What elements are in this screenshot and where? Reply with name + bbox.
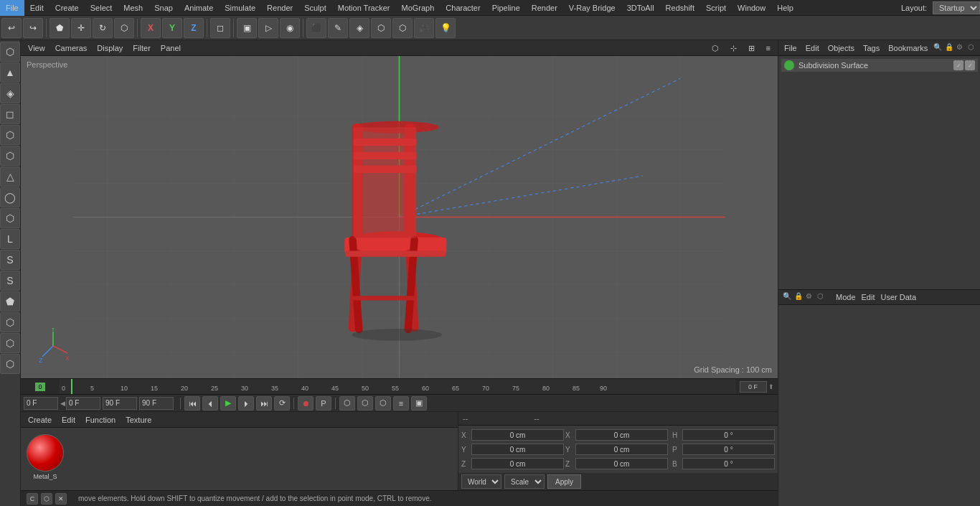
tool-nurbs[interactable]: ◈ [349, 18, 369, 38]
menu-sculpt[interactable]: Sculpt [298, 0, 332, 16]
menu-redshift[interactable]: Redshift [660, 0, 700, 16]
anim-to-end[interactable]: ⏭ [256, 396, 272, 411]
attrs-menu-userdata[interactable]: User Data [881, 293, 917, 301]
menu-simulate[interactable]: Simulate [219, 0, 261, 16]
scale-dropdown[interactable]: Scale [504, 474, 545, 489]
layout-select[interactable]: Startup [933, 1, 980, 14]
anim-next-frame[interactable]: ⏵ [238, 396, 254, 411]
status-cinema4d-icon[interactable]: C [27, 493, 38, 505]
tool-cube[interactable]: ⬛ [306, 18, 326, 38]
anim-play[interactable]: ▶ [220, 396, 236, 411]
sb-mode-11[interactable]: S [0, 250, 20, 270]
mat-menu-edit[interactable]: Edit [57, 412, 80, 428]
menu-character[interactable]: Character [440, 0, 486, 16]
obj-lock-icon[interactable]: 🔒 [945, 43, 955, 53]
object-mode-btn[interactable]: ◻ [210, 18, 230, 38]
rotate-tool[interactable]: ↻ [93, 18, 113, 38]
coord-y2-input[interactable] [575, 444, 668, 455]
menu-create[interactable]: Create [50, 0, 85, 16]
menu-window[interactable]: Window [732, 0, 771, 16]
redo-button[interactable]: ↪ [23, 18, 43, 38]
tool-spline[interactable]: ✎ [328, 18, 348, 38]
obj-menu-objects[interactable]: Objects [825, 44, 857, 52]
vp-icon-expand[interactable]: ⬡ [707, 40, 723, 56]
tool-camera[interactable]: 🎥 [414, 18, 434, 38]
vp-menu-panel[interactable]: Panel [156, 40, 185, 56]
sb-mode-14[interactable]: ⬡ [0, 312, 20, 332]
timeline-area[interactable]: 0 0 5 10 15 20 25 30 35 40 45 50 55 60 6… [21, 378, 778, 394]
sb-mode-13[interactable]: ⬟ [0, 291, 20, 311]
coord-z2-input[interactable] [575, 458, 668, 469]
coord-h-input[interactable] [682, 429, 775, 441]
coord-z1-input[interactable] [471, 458, 564, 469]
vp-menu-view[interactable]: View [24, 40, 50, 56]
sb-mode-9[interactable]: ⬡ [0, 208, 20, 228]
sb-mode-1[interactable]: ⬡ [0, 42, 20, 62]
anim-render-btn[interactable]: ▣ [411, 396, 427, 411]
menu-script[interactable]: Script [700, 0, 732, 16]
menu-file[interactable]: File [0, 0, 24, 16]
anim-add-key[interactable]: ⬡ [357, 396, 373, 411]
anim-prev-frame[interactable]: ⏴ [202, 396, 218, 411]
status-close-icon[interactable]: ✕ [55, 493, 67, 505]
vp-icon-layout[interactable]: ⊞ [744, 40, 759, 56]
obj-menu-tags[interactable]: Tags [860, 44, 882, 52]
mat-menu-texture[interactable]: Texture [121, 412, 156, 428]
select-tool[interactable]: ⬟ [50, 18, 70, 38]
menu-snap[interactable]: Snap [149, 0, 179, 16]
anim-del-key[interactable]: ⬡ [375, 396, 391, 411]
menu-pipeline[interactable]: Pipeline [486, 0, 526, 16]
anim-settings[interactable]: ≡ [393, 396, 409, 411]
sb-mode-3[interactable]: ◈ [0, 83, 20, 103]
obj-menu-file[interactable]: File [781, 44, 800, 52]
object-subdivision-surface[interactable]: Subdivision Surface ✓ ✓ [781, 59, 978, 72]
render-pic-btn[interactable]: ◉ [280, 18, 300, 38]
menu-edit[interactable]: Edit [24, 0, 50, 16]
anim-loop[interactable]: ⟳ [274, 396, 290, 411]
menu-help[interactable]: Help [771, 0, 799, 16]
sb-mode-2[interactable]: ▲ [0, 62, 20, 83]
axis-z-button[interactable]: Z [184, 18, 204, 38]
tool-light[interactable]: 💡 [435, 18, 456, 38]
vp-menu-display[interactable]: Display [93, 40, 127, 56]
attrs-gear-icon[interactable]: ⚙ [806, 292, 816, 302]
render-view-btn[interactable]: ▷ [258, 18, 278, 38]
menu-3dtoall[interactable]: 3DToAll [621, 0, 660, 16]
anim-start-input[interactable] [24, 397, 58, 410]
sb-mode-4[interactable]: ◻ [0, 104, 20, 124]
attrs-menu-mode[interactable]: Mode [836, 293, 856, 301]
obj-search-icon[interactable]: 🔍 [933, 43, 943, 53]
obj-menu-bookmarks[interactable]: Bookmarks [885, 44, 930, 52]
status-window-icon[interactable]: ⬡ [41, 493, 52, 505]
sb-mode-15[interactable]: ⬡ [0, 333, 20, 353]
coord-x2-input[interactable] [575, 429, 668, 441]
sb-mode-7[interactable]: △ [0, 167, 20, 187]
move-tool[interactable]: ✛ [71, 18, 91, 38]
tool-deform[interactable]: ⬡ [371, 18, 391, 38]
anim-to-start[interactable]: ⏮ [184, 396, 200, 411]
anim-max-input[interactable] [139, 397, 174, 410]
vp-menu-filter[interactable]: Filter [128, 40, 154, 56]
anim-current-input[interactable] [66, 397, 100, 410]
coord-x1-input[interactable] [471, 429, 564, 441]
apply-button[interactable]: Apply [547, 474, 581, 489]
sb-mode-10[interactable]: L [0, 229, 20, 249]
mat-menu-create[interactable]: Create [24, 412, 56, 428]
sb-mode-12[interactable]: S [0, 271, 20, 291]
axis-x-button[interactable]: X [141, 18, 161, 38]
obj-expand-icon[interactable]: ⬡ [968, 43, 978, 53]
mat-menu-function[interactable]: Function [81, 412, 120, 428]
coord-b-input[interactable] [682, 458, 775, 469]
sb-mode-8[interactable]: ◯ [0, 187, 20, 207]
menu-motion-tracker[interactable]: Motion Tracker [332, 0, 396, 16]
attrs-lock-icon[interactable]: 🔒 [794, 292, 804, 302]
timeline-ruler[interactable]: 0 5 10 15 20 25 30 35 40 45 50 55 60 65 … [60, 379, 735, 395]
material-item[interactable]: Metal_S [24, 434, 67, 484]
menu-vray[interactable]: V-Ray Bridge [563, 0, 621, 16]
tool-env[interactable]: ⬡ [392, 18, 413, 38]
anim-end-input[interactable] [103, 397, 137, 410]
undo-button[interactable]: ↩ [1, 18, 22, 38]
coord-y1-input[interactable] [471, 444, 564, 455]
menu-select[interactable]: Select [85, 0, 118, 16]
anim-record[interactable]: ⏺ [298, 396, 314, 411]
